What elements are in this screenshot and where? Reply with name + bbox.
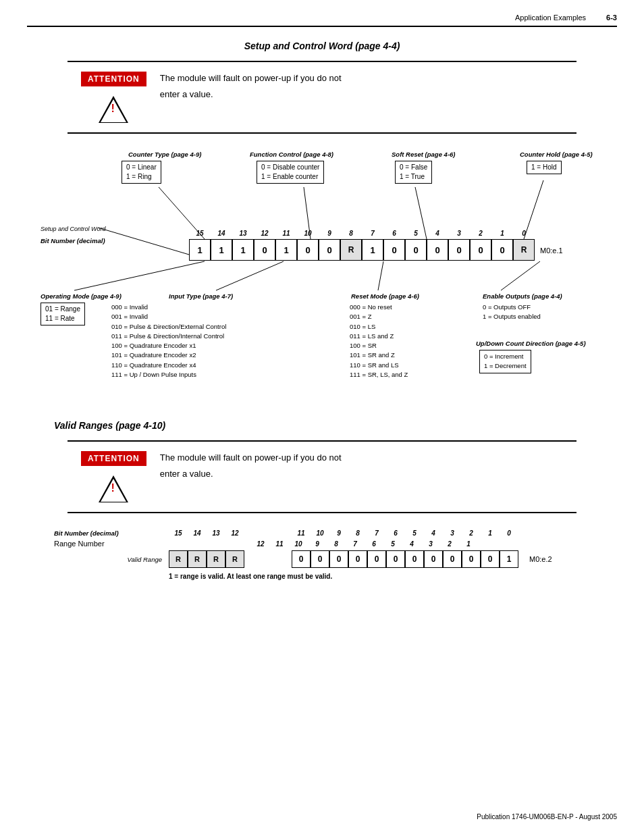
svg-line-8 [501, 261, 540, 290]
footer: Publication 1746-UM006B-EN-P - August 20… [477, 813, 617, 820]
vr-note: 1 = range is valid. At least one range m… [169, 573, 332, 580]
vr-right-bit-numbers: 11 10 9 8 7 6 5 4 3 2 1 0 [292, 529, 518, 537]
vr-left-bit-numbers: 15 14 13 12 [169, 529, 244, 537]
valid-ranges-diagram: Bit Number (decimal) 15 14 13 12 11 10 9… [27, 529, 617, 580]
soft-reset-values: 0 = False 1 = True [395, 161, 432, 184]
counter-type-label: Counter Type (page 4-9) [128, 150, 201, 158]
attention-text-1: The module will fault on power-up if you… [160, 72, 342, 101]
vr-range-numbers: 12 11 10 9 8 7 6 5 4 3 2 1 [251, 540, 478, 548]
bit-number-label: Bit Number (decimal) [41, 236, 105, 244]
diagram-section: Counter Type (page 4-9) 0 = Linear 1 = R… [27, 150, 617, 407]
function-control-label: Function Control (page 4-8) [250, 150, 333, 158]
svg-line-6 [216, 261, 284, 290]
vr-valid-range-label: Valid Range [54, 556, 162, 563]
vr-left-r-cells: R R R R [169, 550, 244, 568]
vr-range-number-label: Range Number [54, 540, 162, 548]
svg-line-5 [74, 261, 205, 290]
vr-right-value-cells: 0 0 0 0 0 0 0 0 0 0 0 1 [292, 550, 518, 568]
setup-control-word-label: Setup and Control Word [41, 224, 106, 232]
attention-icon-1: ! [99, 96, 128, 123]
operating-mode-values: 01 = Range 11 = Rate [41, 303, 85, 325]
attention-label-2: ATTENTION [81, 451, 146, 466]
valid-ranges-section: Valid Ranges (page 4-10) ATTENTION ! The… [27, 420, 617, 580]
header-page: 6-3 [606, 14, 617, 22]
soft-reset-label: Soft Reset (page 4-6) [392, 150, 456, 158]
bit-numbers-row: 15 14 13 12 11 10 9 8 7 6 5 4 3 2 1 0 [189, 230, 535, 237]
enable-outputs-label: Enable Outputs (page 4-4) [483, 292, 562, 300]
vr-bit-number-label: Bit Number (decimal) [54, 529, 162, 537]
svg-line-7 [378, 261, 383, 290]
svg-line-4 [98, 228, 189, 255]
counter-hold-label: Counter Hold (page 4-5) [520, 150, 593, 158]
updown-label: Up/Down Count Direction (page 4-5) [476, 339, 586, 347]
counter-type-values: 0 = Linear 1 = Ring [122, 161, 161, 184]
function-control-values: 0 = Disable counter 1 = Enable counter [257, 161, 324, 184]
module-ref-1: M0:e.1 [540, 246, 563, 255]
section1-title: Setup and Control Word (page 4-4) [27, 41, 617, 51]
updown-values: 0 = Increment 1 = Decrement [479, 350, 531, 373]
input-type-label: Input Type (page 4-7) [169, 292, 233, 300]
counter-hold-values: 1 = Hold [527, 161, 562, 174]
enable-outputs-values: 0 = Outputs OFF 1 = Outputs enabled [483, 303, 541, 322]
reset-mode-values: 000 = No reset 001 = Z 010 = LS 011 = LS… [350, 303, 408, 380]
section2-title: Valid Ranges (page 4-10) [54, 420, 617, 431]
bit-values-row: 1 1 1 0 1 0 0 R 1 0 0 0 0 0 0 R [189, 239, 535, 261]
attention-icon-2: ! [99, 475, 128, 502]
reset-mode-label: Reset Mode (page 4-6) [351, 292, 419, 300]
attention-text-2: The module will fault on power-up if you… [160, 451, 342, 480]
attention-label-1: ATTENTION [81, 72, 146, 86]
header-bar: Application Examples 6-3 [27, 14, 617, 27]
attention-box-1: ATTENTION ! The module will fault on pow… [68, 61, 576, 134]
page: Application Examples 6-3 Setup and Contr… [0, 0, 644, 834]
module-ref-2: M0:e.2 [529, 555, 552, 563]
input-type-values: 000 = Invalid 001 = Invalid 010 = Pulse … [111, 303, 226, 380]
operating-mode-label: Operating Mode (page 4-9) [41, 292, 122, 300]
header-section: Application Examples [515, 14, 586, 22]
attention-box-2: ATTENTION ! The module will fault on pow… [68, 440, 576, 513]
